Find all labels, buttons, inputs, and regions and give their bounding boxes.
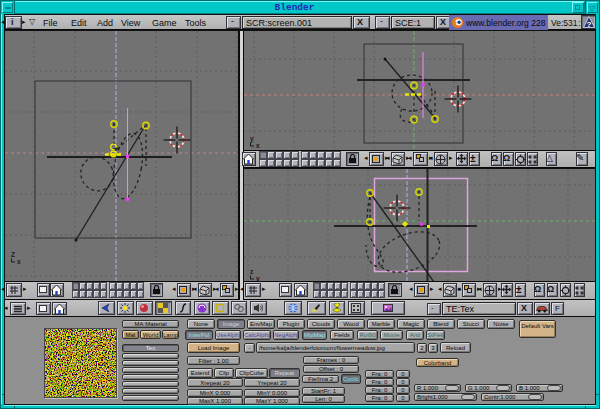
svg-text:x: x bbox=[17, 258, 21, 265]
svg-text:x: x bbox=[256, 142, 260, 149]
svg-text:?: ? bbox=[587, 20, 592, 29]
svg-text:y: y bbox=[250, 135, 254, 143]
svg-text:Z: Z bbox=[11, 251, 15, 258]
